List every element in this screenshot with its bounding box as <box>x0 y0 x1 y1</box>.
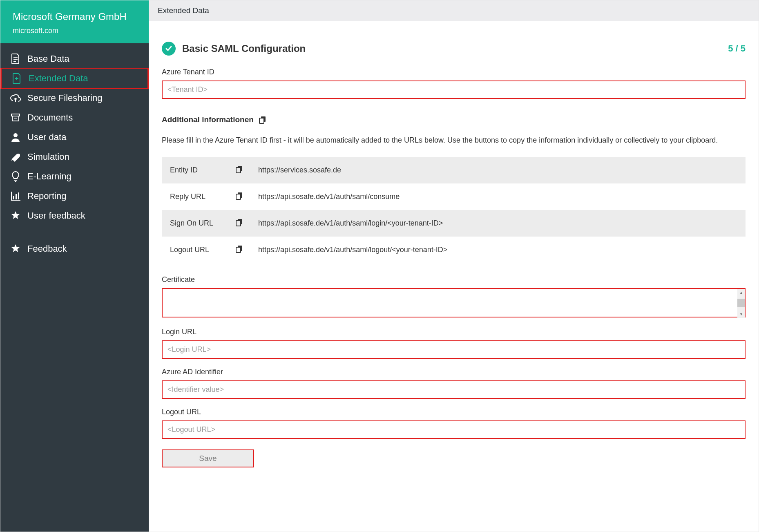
table-row: Reply URL https://api.sosafe.de/v1/auth/… <box>162 183 746 210</box>
sidebar-item-label: Base Data <box>27 54 69 64</box>
tenant-id-label: Azure Tenant ID <box>162 68 746 76</box>
progress-counter: 5 / 5 <box>728 43 746 54</box>
row-label: Sign On URL <box>162 210 227 237</box>
check-circle-icon <box>162 42 176 56</box>
star-icon <box>9 244 22 254</box>
company-name: Microsoft Germany GmbH <box>13 11 136 22</box>
svg-rect-24 <box>236 247 241 253</box>
app-root: Microsoft Germany GmbH microsoft.com Bas… <box>0 0 759 532</box>
row-value: https://services.sosafe.de <box>252 157 746 183</box>
sidebar-header: Microsoft Germany GmbH microsoft.com <box>0 0 149 43</box>
sidebar-item-reporting[interactable]: Reporting <box>0 186 149 206</box>
sidebar-item-label: Extended Data <box>29 73 88 84</box>
document-icon <box>9 54 22 64</box>
info-table: Entity ID https://services.sosafe.de Rep… <box>162 157 746 263</box>
section-header: Basic SAML Configuration 5 / 5 <box>162 42 746 56</box>
sidebar-item-label: Documents <box>27 112 73 123</box>
copy-all-button[interactable] <box>259 116 267 124</box>
logout-url-label: Logout URL <box>162 408 746 416</box>
sidebar-item-label: User data <box>27 132 66 143</box>
sidebar-item-user-feedback[interactable]: User feedback <box>0 206 149 226</box>
row-value: https://api.sosafe.de/v1/auth/saml/logou… <box>252 237 746 263</box>
svg-rect-18 <box>236 168 241 173</box>
certificate-wrapper: ▴ ▾ <box>162 288 746 319</box>
sidebar-item-label: E-Learning <box>27 171 71 182</box>
table-row: Logout URL https://api.sosafe.de/v1/auth… <box>162 237 746 263</box>
sidebar-item-label: Feedback <box>27 244 67 254</box>
sidebar-item-extended-data[interactable]: Extended Data <box>0 68 149 89</box>
row-value: https://api.sosafe.de/v1/auth/saml/login… <box>252 210 746 237</box>
topbar: Extended Data <box>149 0 759 21</box>
sidebar-item-label: Reporting <box>27 191 66 201</box>
cloud-upload-icon <box>9 94 22 103</box>
sidebar-item-label: Simulation <box>27 152 69 162</box>
row-label: Reply URL <box>162 183 227 210</box>
row-label: Logout URL <box>162 237 227 263</box>
sidebar-item-base-data[interactable]: Base Data <box>0 49 149 69</box>
svg-point-7 <box>13 133 18 137</box>
table-row: Entity ID https://services.sosafe.de <box>162 157 746 183</box>
lightbulb-icon <box>9 171 22 182</box>
additional-info-heading: Additional informationen <box>162 115 746 124</box>
sidebar-item-feedback[interactable]: Feedback <box>0 239 149 259</box>
svg-rect-20 <box>236 194 241 199</box>
sidebar-item-label: User feedback <box>27 210 85 221</box>
svg-rect-14 <box>18 192 19 199</box>
sidebar-item-e-learning[interactable]: E-Learning <box>0 167 149 186</box>
main: Extended Data Basic SAML Configuration 5… <box>149 0 759 532</box>
svg-rect-16 <box>259 118 264 123</box>
certificate-label: Certificate <box>162 275 746 284</box>
certificate-input[interactable] <box>162 288 746 317</box>
logout-url-input[interactable] <box>162 420 746 439</box>
svg-rect-13 <box>16 194 17 199</box>
table-row: Sign On URL https://api.sosafe.de/v1/aut… <box>162 210 746 237</box>
sidebar-nav: Base Data Extended Data Secure Fileshari… <box>0 43 149 259</box>
sidebar-item-label: Secure Filesharing <box>27 93 102 103</box>
copy-button[interactable] <box>235 245 243 253</box>
star-icon <box>9 211 22 221</box>
svg-rect-5 <box>11 114 20 116</box>
save-button[interactable]: Save <box>162 449 254 467</box>
scrollbar-thumb[interactable] <box>737 299 745 307</box>
scroll-up-icon[interactable]: ▴ <box>737 289 745 296</box>
sidebar-item-user-data[interactable]: User data <box>0 127 149 147</box>
rocket-icon <box>9 152 22 162</box>
breadcrumb: Extended Data <box>158 6 209 15</box>
azure-ad-identifier-label: Azure AD Identifier <box>162 368 746 376</box>
archive-icon <box>9 113 22 123</box>
bar-chart-icon <box>9 192 22 201</box>
login-url-input[interactable] <box>162 340 746 359</box>
user-icon <box>9 132 22 142</box>
document-plus-icon <box>11 73 23 84</box>
azure-ad-identifier-input[interactable] <box>162 380 746 399</box>
copy-button[interactable] <box>235 192 243 200</box>
login-url-label: Login URL <box>162 328 746 336</box>
sidebar-item-simulation[interactable]: Simulation <box>0 147 149 167</box>
sidebar-item-secure-filesharing[interactable]: Secure Filesharing <box>0 88 149 108</box>
sidebar-divider <box>9 234 140 234</box>
help-text: Please fill in the Azure Tenant ID first… <box>162 135 746 146</box>
company-domain: microsoft.com <box>13 27 136 35</box>
sidebar: Microsoft Germany GmbH microsoft.com Bas… <box>0 0 149 532</box>
additional-info-heading-text: Additional informationen <box>162 115 254 124</box>
copy-button[interactable] <box>235 218 243 226</box>
row-value: https://api.sosafe.de/v1/auth/saml/consu… <box>252 183 746 210</box>
copy-button[interactable] <box>235 165 243 173</box>
row-label: Entity ID <box>162 157 227 183</box>
content: Basic SAML Configuration 5 / 5 Azure Ten… <box>149 21 759 467</box>
scroll-down-icon[interactable]: ▾ <box>737 311 745 318</box>
svg-rect-12 <box>13 196 14 199</box>
svg-rect-22 <box>236 221 241 226</box>
section-title: Basic SAML Configuration <box>182 43 728 54</box>
tenant-id-input[interactable] <box>162 80 746 99</box>
sidebar-item-documents[interactable]: Documents <box>0 108 149 127</box>
